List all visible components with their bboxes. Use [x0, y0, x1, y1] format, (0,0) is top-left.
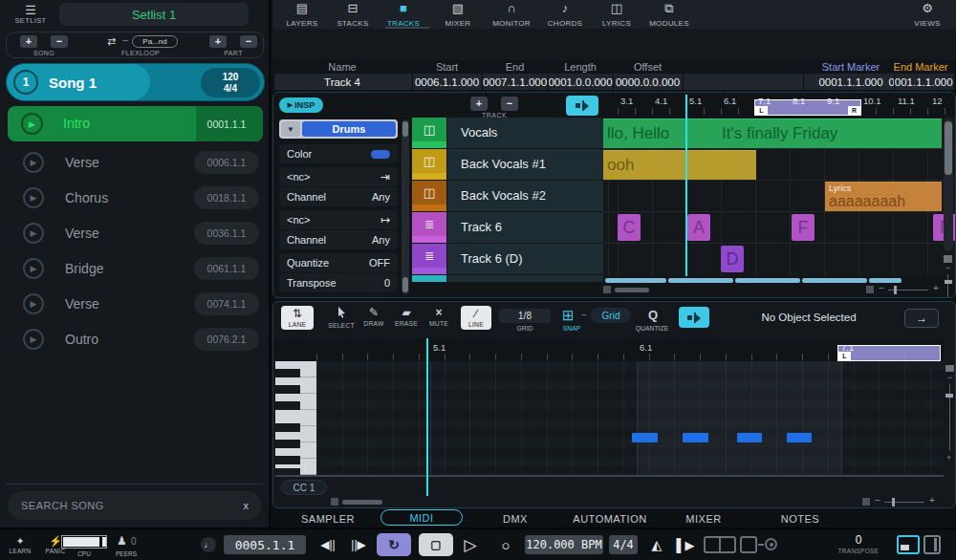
section-row[interactable]: ▶Verse0006.1.1 — [8, 148, 263, 177]
input-channel-row[interactable]: ChannelAny — [279, 187, 398, 206]
lyrics-clip[interactable]: Lyrics aaaaaaaah — [825, 182, 942, 211]
hzoom-plus-icon[interactable]: + — [933, 283, 939, 293]
chord-cell[interactable]: C — [618, 214, 641, 241]
vzoom-slider[interactable] — [945, 280, 952, 284]
vzoom-minus-icon[interactable]: − — [945, 263, 950, 272]
section-row[interactable]: ▶Bridge0061.1.1 — [8, 254, 263, 283]
click-track-button[interactable]: ♩ — [201, 537, 216, 552]
section-play-icon[interactable]: ▶ — [23, 152, 44, 173]
song-add-button[interactable]: + — [20, 35, 37, 48]
inspector-toggle[interactable]: ▶INSP — [279, 97, 323, 113]
record-button[interactable]: ○ — [494, 532, 517, 557]
midi-hzoom-slider[interactable] — [892, 498, 895, 506]
view-layout-button[interactable] — [923, 535, 941, 554]
midi-hzoom-handle[interactable] — [862, 498, 870, 506]
field-value[interactable]: Track 4 — [285, 75, 400, 90]
tab-lyrics[interactable]: ◫LYRICS — [594, 2, 640, 28]
tempo-display[interactable]: 120.000 BPM — [525, 535, 603, 554]
inspector-scrollbar[interactable] — [402, 119, 409, 294]
midi-note[interactable] — [632, 433, 658, 442]
midi-hzoom-minus-icon[interactable]: − — [875, 495, 880, 506]
position-display[interactable]: 0005.1.1 — [224, 535, 306, 554]
tab-tracks[interactable]: ■TRACKS — [380, 2, 426, 28]
track-remove-button[interactable]: − — [501, 97, 518, 111]
metronome-button[interactable]: ◭ — [646, 533, 667, 556]
tab-mixer[interactable]: MIXER — [665, 511, 742, 526]
loop-start-flag[interactable]: L — [838, 352, 851, 360]
midi-ruler[interactable]: 5.1 6.1 L 7.1 — [273, 338, 944, 361]
midi-note[interactable] — [787, 433, 812, 442]
section-play-icon[interactable]: ▶ — [23, 293, 44, 314]
meter-display[interactable]: 4/4 — [609, 535, 638, 554]
field-value[interactable]: 0007.1.1.000 — [482, 75, 548, 90]
section-row-active[interactable]: ▶ Intro 0001.1.1 — [8, 106, 263, 141]
tab-dmx[interactable]: DMX — [477, 511, 554, 526]
hzoom-handle[interactable] — [866, 286, 874, 293]
forward-button[interactable]: ||▶ — [346, 536, 371, 553]
chord-cell[interactable]: D — [721, 246, 744, 272]
timeline-overview-scrollbar[interactable] — [605, 278, 902, 283]
track-name-cell[interactable]: Vocals — [447, 118, 603, 148]
search-clear-icon[interactable]: x — [244, 500, 250, 511]
midi-vzoom-plus-icon[interactable]: + — [946, 453, 951, 463]
play-button[interactable]: ▷ — [459, 532, 482, 557]
midi-vzoom-minus-icon[interactable]: − — [947, 373, 952, 382]
midi-output-row[interactable]: <nc>↦ — [279, 210, 398, 229]
tab-sampler[interactable]: SAMPLER — [290, 511, 366, 526]
hscroll-bar[interactable] — [615, 288, 649, 292]
section-play-icon[interactable]: ▶ — [23, 258, 44, 279]
lane-button[interactable]: ⇅LANE — [281, 306, 314, 330]
section-play-icon[interactable]: ▶ — [21, 113, 43, 135]
midi-snap-mode-pill[interactable]: Grid — [591, 308, 631, 323]
setlist-button[interactable]: ☰ SETLIST — [8, 2, 54, 28]
dropdown-arrow[interactable]: ▼ — [281, 121, 300, 137]
track-name-cell[interactable]: Back Vocals #2 — [447, 181, 603, 211]
tab-chords[interactable]: ♪CHORDS — [542, 2, 588, 28]
chord-cell[interactable]: A — [687, 214, 710, 241]
midi-hscroll-handle[interactable] — [331, 498, 338, 506]
setlist-name[interactable]: Setlist 1 — [59, 3, 249, 26]
playhead[interactable] — [685, 95, 687, 276]
preset-name[interactable]: Drums — [302, 121, 396, 137]
track-name-cell[interactable]: Track 6 (D) — [447, 244, 603, 274]
tab-mixer[interactable]: ▧MIXER — [435, 2, 481, 28]
count-in-box[interactable] — [704, 536, 736, 553]
preset-dropdown[interactable]: ▼ Drums — [279, 119, 398, 139]
count-in-box-2[interactable] — [740, 536, 757, 553]
section-row[interactable]: ▶Outro0076.2.1 — [8, 325, 263, 354]
chord-cell[interactable]: F — [792, 214, 815, 241]
loop-end-flag[interactable]: R — [848, 106, 860, 115]
track-name-cell[interactable]: Back Vocals #1 — [447, 149, 603, 180]
color-row[interactable]: Color — [279, 144, 398, 163]
track-name-cell[interactable]: Track 6 — [447, 212, 603, 243]
vzoom-handle[interactable] — [944, 255, 952, 263]
midi-input-row[interactable]: <nc>⇥ — [279, 167, 398, 186]
midi-vscroll-handle[interactable] — [945, 365, 954, 372]
midi-insert-marker-button[interactable] — [679, 307, 709, 328]
midi-draw-button[interactable]: ✎DRAW — [359, 307, 388, 327]
tab-notes[interactable]: NOTES — [762, 511, 838, 526]
midi-hscroll-bar[interactable] — [342, 500, 382, 505]
cc-lane-label[interactable]: CC 1 — [281, 480, 327, 495]
midi-mute-button[interactable]: ×MUTE — [424, 307, 453, 327]
track-add-button[interactable]: + — [470, 97, 488, 111]
piano-keyboard[interactable] — [275, 361, 316, 475]
color-swatch[interactable] — [371, 150, 390, 159]
song-remove-button[interactable]: − — [51, 35, 68, 48]
tab-modules[interactable]: ⧉MODULES — [642, 2, 696, 28]
transpose-value[interactable]: 0 — [841, 533, 876, 547]
quantize-icon[interactable]: Q — [648, 308, 658, 322]
field-value[interactable]: 0000.0.0.000 — [613, 75, 683, 90]
track-row[interactable]: ≣ — [412, 244, 446, 274]
loop-toggle-button[interactable]: ↻ — [377, 533, 411, 556]
midi-note[interactable] — [683, 433, 708, 442]
section-row[interactable]: ▶Chorus0018.1.1 — [8, 183, 263, 212]
field-value[interactable]: 0006.1.1.000 — [412, 75, 482, 90]
record-arm-indicator[interactable] — [765, 538, 777, 550]
track-row[interactable]: ◫ — [412, 181, 446, 211]
track-row[interactable]: ≣ — [412, 212, 446, 243]
vocal-clip[interactable]: llo, Hello It's finally Friday — [603, 118, 942, 148]
section-play-icon[interactable]: ▶ — [23, 329, 44, 350]
section-row[interactable]: ▶Verse0074.1.1 — [8, 290, 263, 318]
search-song-input[interactable]: SEARCH SONG x — [8, 491, 262, 520]
